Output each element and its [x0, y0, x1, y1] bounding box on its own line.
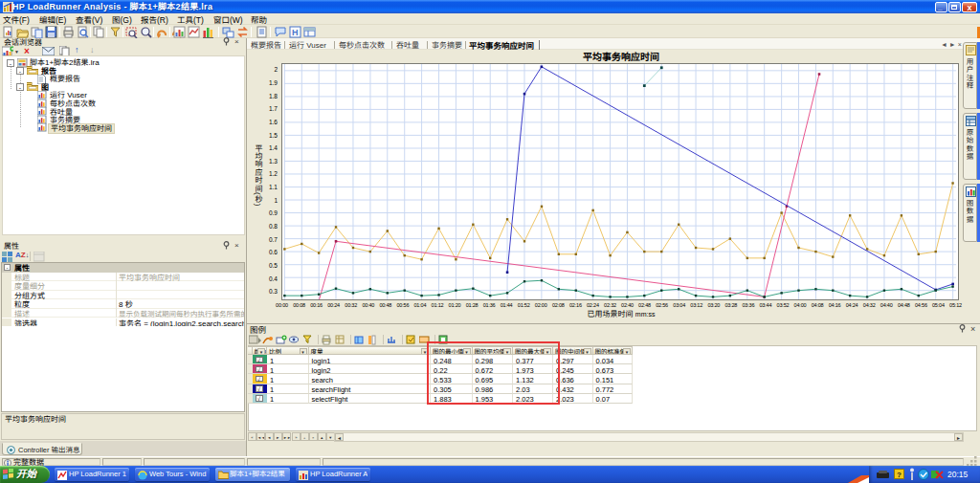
svg-text:H: H [292, 26, 299, 38]
